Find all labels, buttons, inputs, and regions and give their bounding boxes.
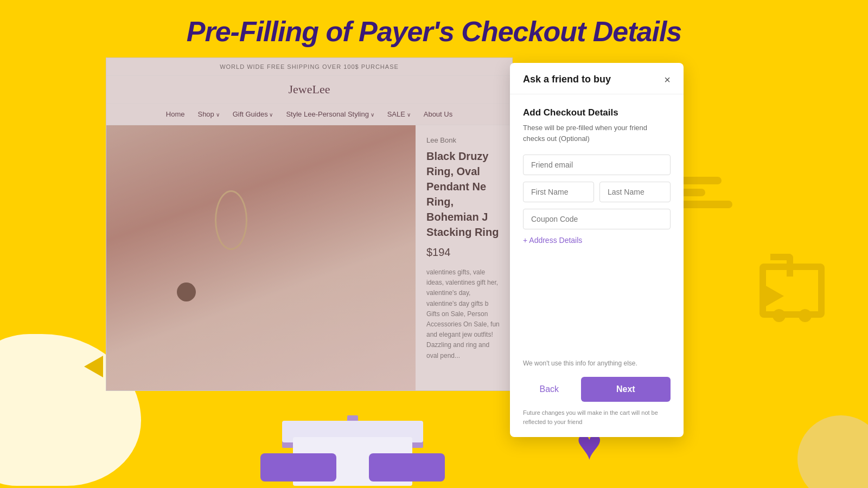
cart-wheel-right: [799, 309, 812, 322]
nav-gift-guides: Gift Guides: [233, 110, 273, 118]
modal-close-button[interactable]: ×: [664, 74, 671, 85]
cart-wheel-left: [773, 309, 786, 322]
first-name-input[interactable]: [523, 182, 594, 202]
last-name-input[interactable]: [599, 182, 671, 202]
modal-header: Ask a friend to buy ×: [510, 63, 684, 94]
button-row: Back Next: [523, 377, 671, 402]
address-toggle[interactable]: + Address Details: [523, 236, 671, 245]
product-description: valentines gifts, vale ideas, valentines…: [426, 267, 501, 361]
deco-arrow-left: [84, 356, 103, 377]
deco-gift-button-2: [369, 453, 445, 481]
back-button[interactable]: Back: [523, 377, 576, 402]
shop-nav: Home Shop Gift Guides Style Lee-Personal…: [106, 104, 512, 125]
friend-email-input[interactable]: [523, 155, 671, 175]
nav-style-lee: Style Lee-Personal Styling: [286, 110, 374, 118]
main-content: WORLD WIDE FREE SHIPPING OVER 100$ PURCH…: [0, 57, 868, 486]
shop-logo: JeweLee: [106, 76, 512, 104]
nav-sale: SALE: [387, 110, 411, 118]
coupon-code-group: [523, 209, 671, 229]
shop-product-area: Lee Bonk Black Druzy Ring, Oval Pendant …: [106, 125, 512, 391]
shop-screenshot: WORLD WIDE FREE SHIPPING OVER 100$ PURCH…: [106, 57, 513, 391]
deco-cart: [760, 264, 825, 318]
modal-body: Add Checkout Details These will be pre-f…: [510, 94, 684, 359]
shop-product-info: Lee Bonk Black Druzy Ring, Oval Pendant …: [416, 125, 512, 391]
friend-email-group: [523, 155, 671, 175]
deco-gift-button-1: [260, 453, 336, 481]
shop-product-image: [106, 125, 416, 391]
product-price: $194: [426, 246, 501, 259]
section-subtitle: These will be pre-filled when your frien…: [523, 123, 671, 144]
modal-title: Ask a friend to buy: [523, 74, 611, 85]
jewelry-background: [106, 125, 416, 391]
nav-shop: Shop: [197, 110, 219, 118]
deco-circle-br: [797, 415, 868, 488]
jewelry-oval: [215, 190, 247, 250]
jewelry-circle: [177, 282, 196, 301]
modal-footer: We won't use this info for anything else…: [510, 359, 684, 437]
product-title: Black Druzy Ring, Oval Pendant Ne Ring, …: [426, 149, 501, 240]
name-row: [523, 182, 671, 202]
cart-body: [760, 264, 825, 318]
checkout-modal: Ask a friend to buy × Add Checkout Detai…: [510, 63, 684, 437]
section-title: Add Checkout Details: [523, 107, 671, 118]
product-brand: Lee Bonk: [426, 136, 501, 144]
nav-about: About Us: [424, 110, 452, 118]
shop-banner: WORLD WIDE FREE SHIPPING OVER 100$ PURCH…: [106, 58, 512, 76]
nav-home: Home: [166, 110, 185, 118]
privacy-note: We won't use this info for anything else…: [523, 359, 671, 368]
future-changes-note: Future changes you will make in the cart…: [523, 408, 671, 426]
coupon-code-input[interactable]: [523, 209, 671, 229]
next-button[interactable]: Next: [581, 377, 671, 402]
page-title: Pre-Filling of Payer's Checkout Details: [0, 0, 868, 57]
